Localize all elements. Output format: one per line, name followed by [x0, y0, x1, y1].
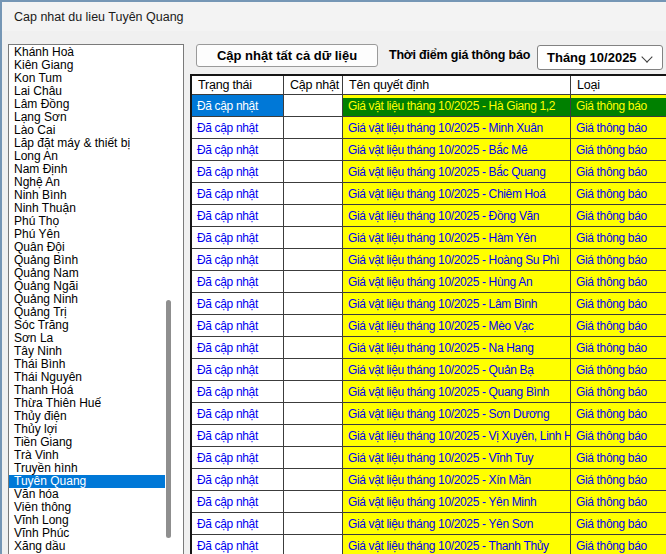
cell-type[interactable]: Giá thông báo [571, 161, 666, 183]
sidebar-item[interactable]: Thái Nguyên [9, 371, 165, 384]
cell-update[interactable] [284, 271, 343, 293]
listbox-scrollbar-thumb[interactable] [166, 300, 171, 538]
sidebar-item[interactable]: Thủy điện [9, 410, 165, 423]
cell-decision[interactable]: Giá vật liệu tháng 10/2025 - Mèo Vạc [343, 315, 571, 337]
cell-decision[interactable]: Giá vật liệu tháng 10/2025 - Thanh Thủy [343, 535, 571, 554]
cell-update[interactable] [284, 139, 343, 161]
sidebar-item[interactable]: Quảng Ninh [9, 293, 165, 306]
cell-decision[interactable]: Giá vật liệu tháng 10/2025 - Đồng Văn [343, 205, 571, 227]
cell-update[interactable] [284, 293, 343, 315]
cell-status[interactable]: Đã cập nhật [192, 513, 284, 535]
title-bar[interactable]: Cap nhat du lieu Tuyên Quang [2, 2, 666, 31]
cell-status[interactable]: Đã cập nhật [192, 271, 284, 293]
cell-type[interactable]: Giá thông báo [571, 249, 666, 271]
cell-type[interactable]: Giá thông báo [571, 139, 666, 161]
sidebar-item[interactable]: Quảng Nam [9, 267, 165, 280]
sidebar-item[interactable]: Vĩnh Phúc [9, 527, 165, 540]
column-header-status[interactable]: Trạng thái [192, 76, 284, 95]
cell-type[interactable]: Giá thông báo [571, 425, 666, 447]
cell-type[interactable]: Giá thông báo [571, 513, 666, 535]
cell-status[interactable]: Đã cập nhật [192, 161, 284, 183]
cell-decision[interactable]: Giá vật liệu tháng 10/2025 - Vị Xuyên, L… [343, 425, 571, 447]
cell-type[interactable]: Giá thông báo [571, 359, 666, 381]
sidebar-item[interactable]: Kiên Giang [9, 59, 165, 72]
cell-status[interactable]: Đã cập nhật [192, 249, 284, 271]
cell-status[interactable]: Đã cập nhật [192, 381, 284, 403]
province-listbox[interactable]: Khánh HoàKiên GiangKon TumLai ChâuLâm Đồ… [8, 44, 184, 554]
sidebar-item[interactable]: Lắp đặt máy & thiết bị [9, 137, 165, 150]
cell-type[interactable]: Giá thông báo [571, 293, 666, 315]
sidebar-item[interactable]: Quảng Bình [9, 254, 165, 267]
cell-decision[interactable]: Giá vật liệu tháng 10/2025 - Na Hang [343, 337, 571, 359]
sidebar-item[interactable]: Lâm Đồng [9, 98, 165, 111]
cell-update[interactable] [284, 469, 343, 491]
sidebar-item[interactable]: Khánh Hoà [9, 46, 165, 59]
cell-decision[interactable]: Giá vật liệu tháng 10/2025 - Hùng An [343, 271, 571, 293]
cell-decision[interactable]: Giá vật liệu tháng 10/2025 - Quang Bình [343, 381, 571, 403]
cell-decision[interactable]: Giá vật liệu tháng 10/2025 - Yên Minh [343, 491, 571, 513]
cell-type[interactable]: Giá thông báo [571, 491, 666, 513]
sidebar-item[interactable]: Vĩnh Long [9, 514, 165, 527]
cell-update[interactable] [284, 161, 343, 183]
sidebar-item[interactable]: Truyền hình [9, 462, 165, 475]
sidebar-item[interactable]: Lạng Sơn [9, 111, 165, 124]
sidebar-item[interactable]: Trà Vinh [9, 449, 165, 462]
cell-decision[interactable]: Giá vật liệu tháng 10/2025 - Yên Sơn [343, 513, 571, 535]
cell-type[interactable]: Giá thông báo [571, 315, 666, 337]
sidebar-item[interactable]: Sóc Trăng [9, 319, 165, 332]
sidebar-item[interactable]: Ninh Bình [9, 189, 165, 202]
cell-update[interactable] [284, 447, 343, 469]
cell-decision[interactable]: Giá vật liệu tháng 10/2025 - Bắc Mê [343, 139, 571, 161]
cell-update[interactable] [284, 491, 343, 513]
sidebar-item[interactable]: Lào Cai [9, 124, 165, 137]
cell-status[interactable]: Đã cập nhật [192, 205, 284, 227]
cell-status[interactable]: Đã cập nhật [192, 469, 284, 491]
cell-update[interactable] [284, 95, 343, 117]
cell-update[interactable] [284, 513, 343, 535]
sidebar-item[interactable]: Thủy lợi [9, 423, 165, 436]
cell-decision[interactable]: Giá vật liệu tháng 10/2025 - Lâm Bình [343, 293, 571, 315]
cell-update[interactable] [284, 359, 343, 381]
cell-update[interactable] [284, 337, 343, 359]
cell-decision[interactable]: Giá vật liệu tháng 10/2025 - Minh Xuân [343, 117, 571, 139]
cell-update[interactable] [284, 403, 343, 425]
cell-update[interactable] [284, 227, 343, 249]
cell-decision[interactable]: Giá vật liệu tháng 10/2025 - Bắc Quang [343, 161, 571, 183]
cell-decision[interactable]: Giá vật liệu tháng 10/2025 - Vĩnh Tuy [343, 447, 571, 469]
sidebar-item[interactable]: Quảng Trị [9, 306, 165, 319]
cell-type[interactable]: Giá thông báo [571, 271, 666, 293]
sidebar-item[interactable]: Viễn thông [9, 501, 165, 514]
sidebar-item[interactable]: Phú Yên [9, 228, 165, 241]
cell-type[interactable]: Giá thông báo [571, 535, 666, 554]
cell-type[interactable]: Giá thông báo [571, 469, 666, 491]
cell-status[interactable]: Đã cập nhật [192, 227, 284, 249]
cell-status[interactable]: Đã cập nhật [192, 337, 284, 359]
cell-update[interactable] [284, 205, 343, 227]
sidebar-item[interactable]: Long An [9, 150, 165, 163]
cell-status[interactable]: Đã cập nhật [192, 491, 284, 513]
cell-status[interactable]: Đã cập nhật [192, 535, 284, 554]
sidebar-item[interactable]: Phú Thọ [9, 215, 165, 228]
cell-status[interactable]: Đã cập nhật [192, 95, 284, 117]
cell-status[interactable]: Đã cập nhật [192, 315, 284, 337]
sidebar-item[interactable]: Ninh Thuận [9, 202, 165, 215]
column-header-decision[interactable]: Tên quyết định [343, 76, 571, 95]
sidebar-item[interactable]: Quân Đội [9, 241, 165, 254]
column-header-type[interactable]: Loại [571, 76, 666, 95]
sidebar-item[interactable]: Nam Định [9, 163, 165, 176]
sidebar-item[interactable]: Tây Ninh [9, 345, 165, 358]
cell-status[interactable]: Đã cập nhật [192, 117, 284, 139]
cell-update[interactable] [284, 249, 343, 271]
cell-update[interactable] [284, 117, 343, 139]
cell-decision[interactable]: Giá vật liệu tháng 10/2025 - Xín Mần [343, 469, 571, 491]
cell-type[interactable]: Giá thông báo [571, 381, 666, 403]
sidebar-item[interactable]: Xăng dầu [9, 540, 165, 553]
sidebar-item[interactable]: Thái Bình [9, 358, 165, 371]
cell-update[interactable] [284, 183, 343, 205]
cell-update[interactable] [284, 425, 343, 447]
cell-decision[interactable]: Giá vật liệu tháng 10/2025 - Chiêm Hoá [343, 183, 571, 205]
sidebar-item[interactable]: Kon Tum [9, 72, 165, 85]
cell-decision[interactable]: Giá vật liệu tháng 10/2025 - Hà Giang 1,… [343, 95, 571, 117]
cell-status[interactable]: Đã cập nhật [192, 425, 284, 447]
cell-type[interactable]: Giá thông báo [571, 95, 666, 117]
